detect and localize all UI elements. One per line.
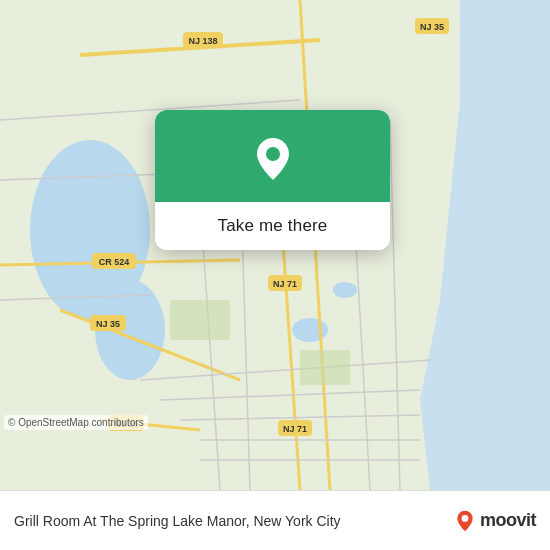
take-me-there-button[interactable]: Take me there [155, 202, 390, 250]
moovit-logo: moovit [454, 510, 536, 532]
svg-text:NJ 71: NJ 71 [283, 424, 307, 434]
svg-text:NJ 35: NJ 35 [96, 319, 120, 329]
map-attribution: © OpenStreetMap contributors [4, 415, 148, 430]
map-container: NJ 138 NJ 35 CR 524 NJ 35 NJ 35 NJ 71 NJ… [0, 0, 550, 490]
svg-point-4 [292, 318, 328, 342]
location-card: Take me there [155, 110, 390, 250]
svg-rect-39 [300, 350, 350, 385]
moovit-pin-icon [454, 510, 476, 532]
svg-rect-38 [170, 300, 230, 340]
svg-text:NJ 35: NJ 35 [420, 22, 444, 32]
bottom-bar: Grill Room At The Spring Lake Manor, New… [0, 490, 550, 550]
svg-text:CR 524: CR 524 [99, 257, 130, 267]
svg-point-5 [333, 282, 357, 298]
location-pin-icon [247, 132, 299, 184]
svg-point-41 [462, 515, 469, 522]
moovit-wordmark: moovit [480, 510, 536, 531]
destination-text: Grill Room At The Spring Lake Manor, New… [14, 513, 446, 529]
card-header [155, 110, 390, 202]
svg-text:NJ 138: NJ 138 [188, 36, 217, 46]
svg-point-40 [266, 147, 280, 161]
svg-text:NJ 71: NJ 71 [273, 279, 297, 289]
